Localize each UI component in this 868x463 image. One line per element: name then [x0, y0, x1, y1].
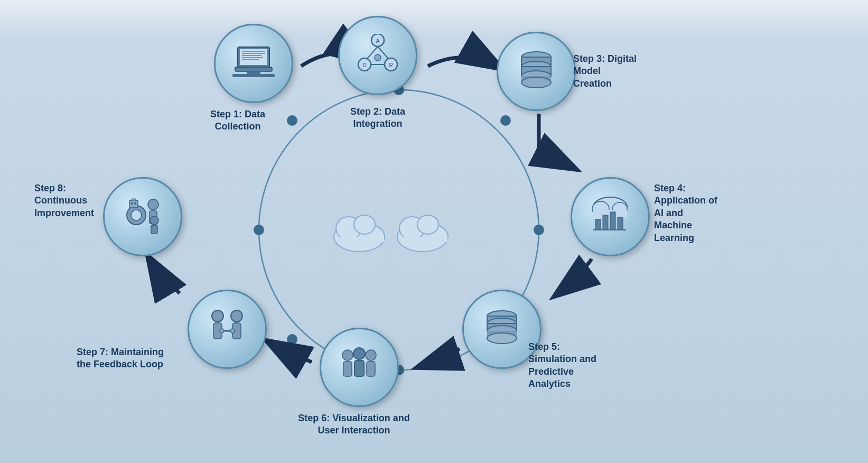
- svg-rect-9: [399, 237, 447, 242]
- svg-rect-54: [343, 362, 352, 376]
- step1-icon: [232, 44, 275, 83]
- arrow-5-6: [417, 349, 460, 367]
- svg-point-57: [366, 350, 376, 360]
- svg-point-67: [131, 210, 142, 220]
- svg-point-59: [212, 310, 223, 322]
- svg-rect-56: [354, 360, 364, 376]
- svg-rect-41: [595, 219, 601, 230]
- svg-point-53: [342, 350, 353, 360]
- svg-point-74: [150, 216, 158, 225]
- arrow-6-7: [267, 341, 312, 362]
- svg-text:A: A: [376, 38, 380, 44]
- arrow-3-4: [539, 114, 576, 169]
- orbit-dot-right: [534, 225, 544, 235]
- svg-point-4: [354, 215, 375, 234]
- step8-label: Step 8: Continuous Improvement: [34, 182, 122, 219]
- svg-point-36: [521, 77, 551, 88]
- step4-label: Step 4: Application of AI and Machine Le…: [654, 182, 776, 244]
- step6-label: Step 6: Visualization and User Interacti…: [275, 412, 433, 437]
- step2-label: Step 2: Data Integration: [335, 106, 420, 131]
- step3-label: Step 3: Digital Model Creation: [573, 53, 679, 90]
- svg-rect-42: [603, 215, 608, 230]
- orbit-dot-left: [254, 225, 264, 235]
- cloud-right: [397, 215, 448, 252]
- svg-text:D: D: [362, 62, 366, 68]
- step3-circle: [497, 32, 576, 111]
- orbit-dot-top-right: [500, 115, 511, 126]
- svg-rect-18: [247, 71, 260, 74]
- svg-rect-75: [151, 225, 157, 234]
- svg-point-68: [148, 199, 158, 210]
- svg-rect-43: [610, 212, 615, 230]
- step2-icon: A D R: [357, 34, 399, 78]
- svg-point-64: [220, 329, 224, 333]
- svg-rect-70: [129, 200, 138, 208]
- arrow-2-3: [428, 58, 502, 69]
- svg-point-65: [230, 329, 235, 333]
- svg-point-3: [336, 217, 361, 240]
- step7-circle: [188, 290, 267, 369]
- svg-rect-71: [132, 199, 136, 201]
- svg-point-55: [353, 348, 365, 359]
- step5-label: Step 5: Simulation and Predictive Analyt…: [528, 341, 645, 391]
- svg-rect-58: [367, 362, 375, 376]
- step6-circle: [320, 328, 399, 407]
- svg-point-29: [375, 54, 381, 61]
- svg-point-72: [131, 202, 133, 205]
- svg-point-73: [134, 202, 136, 205]
- step2-circle: A D R: [338, 16, 417, 95]
- svg-point-7: [399, 217, 425, 240]
- step8-icon: [122, 195, 164, 239]
- orbit-dot-top-left: [287, 115, 297, 126]
- step7-icon: [206, 308, 248, 351]
- svg-point-52: [487, 333, 517, 344]
- svg-point-61: [231, 310, 242, 322]
- step5-icon: [482, 309, 522, 350]
- svg-rect-5: [335, 237, 384, 242]
- svg-rect-17: [235, 67, 272, 71]
- diagram-container: Step 1: Data Collection A D R Step 2: Da…: [0, 0, 868, 463]
- step4-icon: [589, 195, 631, 239]
- step6-icon: [338, 346, 380, 390]
- step1-label: Step 1: Data Collection: [190, 108, 285, 133]
- svg-point-2: [334, 222, 385, 252]
- step4-circle: [571, 177, 650, 256]
- step3-icon: [517, 51, 556, 92]
- cloud-left: [334, 215, 385, 252]
- svg-point-8: [417, 215, 438, 234]
- step1-circle: [214, 24, 293, 103]
- svg-text:R: R: [389, 62, 393, 68]
- step7-label: Step 7: Maintaining the Feedback Loop: [77, 346, 193, 371]
- svg-rect-19: [232, 74, 275, 77]
- svg-point-6: [397, 222, 448, 252]
- svg-rect-44: [618, 217, 623, 230]
- arrow-4-5: [555, 259, 592, 296]
- orbit-dot-bottom-left: [287, 334, 297, 345]
- arrow-7-8: [148, 256, 180, 293]
